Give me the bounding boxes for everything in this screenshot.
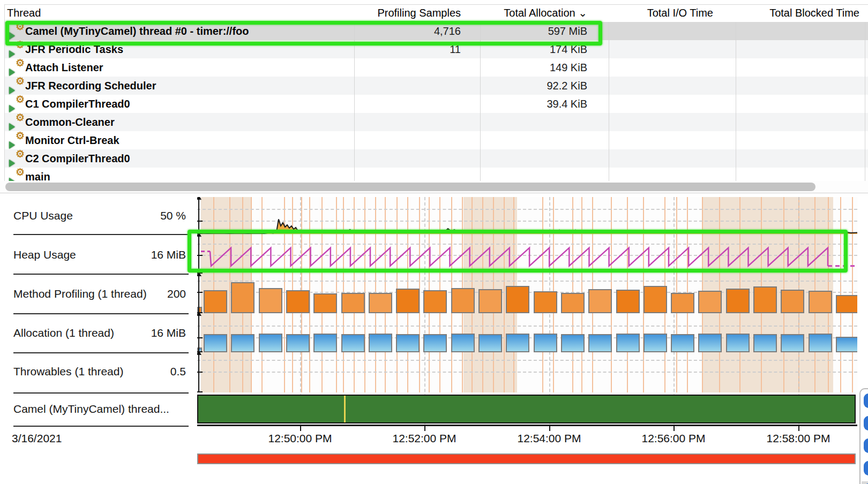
thread-row-8[interactable]: ⚙C2 CompilerThread0 (5, 149, 868, 168)
thread-icon: ⚙ (10, 133, 24, 147)
method-profiling-bar[interactable] (259, 288, 282, 313)
method-profiling-bar[interactable] (396, 289, 420, 313)
allocation-bar[interactable] (506, 334, 529, 352)
method-profiling-bar[interactable] (506, 286, 529, 313)
chart-tool-button-2[interactable] (864, 416, 868, 430)
method-profiling-bar[interactable] (836, 295, 857, 313)
method-profiling-bar[interactable] (478, 289, 502, 313)
allocation-bar[interactable] (478, 334, 502, 352)
thread-blocked-value (736, 149, 859, 168)
table-horizontal-scrollbar[interactable] (0, 181, 868, 193)
method-profiling-bar[interactable] (726, 289, 750, 313)
allocation-bar[interactable] (534, 334, 557, 352)
y-axis (198, 354, 199, 392)
gear-icon: ⚙ (16, 111, 25, 124)
table-scrollbar-thumb[interactable] (5, 183, 815, 191)
column-header-total-blocked-time[interactable]: Total Blocked Time (736, 5, 859, 22)
allocation-bar[interactable] (341, 334, 365, 352)
time-tick-mark (300, 426, 301, 431)
column-header-total-i-o-time[interactable]: Total I/O Time (609, 5, 713, 22)
thread-name: Attach Listener (25, 58, 103, 77)
thread-allocation-value (480, 113, 587, 131)
timeline-range-scrollbar[interactable] (197, 453, 856, 464)
thread-blocked-value (736, 113, 859, 131)
chart-tool-button-1[interactable] (864, 394, 868, 408)
timeline-label-4: Allocation (1 thread) (13, 327, 114, 339)
allocation-bar[interactable] (259, 334, 282, 352)
thread-io-value (609, 113, 713, 131)
allocation-bar[interactable] (671, 334, 694, 352)
thread-blocked-value (736, 58, 859, 77)
allocation-bar[interactable] (204, 334, 227, 352)
thread-row-5[interactable]: ⚙C1 CompilerThread039.4 KiB (5, 95, 868, 113)
method-profiling-bar[interactable] (231, 282, 255, 313)
allocation-bar[interactable] (836, 337, 857, 352)
allocation-bar[interactable] (643, 334, 667, 352)
gear-icon: ⚙ (16, 57, 25, 69)
allocation-bar[interactable] (286, 334, 310, 352)
allocation-bar[interactable] (588, 334, 612, 352)
method-profiling-bar[interactable] (369, 293, 392, 313)
allocation-bar[interactable] (616, 334, 640, 352)
row-separator (13, 313, 189, 314)
thread-icon: ⚙ (10, 115, 24, 129)
allocation-bar[interactable] (561, 334, 585, 352)
column-header-thread[interactable]: Thread (7, 5, 356, 22)
method-profiling-bar[interactable] (809, 291, 832, 313)
allocation-bar[interactable] (753, 334, 777, 352)
method-profiling-bar[interactable] (534, 291, 557, 313)
thread-row-9[interactable]: ⚙main (5, 168, 868, 182)
allocation-bar[interactable] (698, 334, 722, 352)
method-profiling-bar[interactable] (451, 288, 475, 313)
column-divider (480, 22, 481, 182)
thread-allocation-value (480, 149, 587, 168)
y-axis (198, 199, 199, 234)
thread-row-3[interactable]: ⚙Attach Listener149 KiB (5, 58, 868, 77)
play-triangle-icon (9, 105, 15, 112)
thread-row-7[interactable]: ⚙Monitor Ctrl-Break (5, 131, 868, 149)
method-profiling-bar[interactable] (423, 290, 447, 313)
method-profiling-bar[interactable] (781, 290, 804, 313)
thread-samples-value (354, 168, 461, 182)
thread-row-6[interactable]: ⚙Common-Cleaner (5, 113, 868, 131)
allocation-bar[interactable] (781, 334, 804, 352)
column-header-total-allocation[interactable]: Total Allocation ⌄ (480, 5, 587, 22)
thread-blocked-value (736, 22, 859, 40)
time-tick-label: 12:50:00 PM (268, 432, 332, 445)
thread-allocation-value: 39.4 KiB (480, 95, 587, 113)
gear-icon: ⚙ (16, 130, 25, 142)
method-profiling-bar[interactable] (561, 293, 585, 313)
method-profiling-bar[interactable] (341, 293, 365, 313)
play-triangle-icon (9, 160, 15, 167)
method-profiling-bar[interactable] (698, 291, 722, 313)
chart-tool-button-3[interactable] (864, 438, 868, 453)
method-profiling-bar[interactable] (753, 286, 777, 313)
allocation-bar[interactable] (726, 334, 750, 352)
allocation-bar[interactable] (313, 334, 337, 352)
method-profiling-bar[interactable] (313, 293, 337, 313)
method-profiling-bar[interactable] (616, 290, 640, 313)
gear-icon: ⚙ (16, 166, 25, 178)
method-profiling-bar[interactable] (204, 290, 227, 313)
allocation-bar[interactable] (809, 334, 832, 352)
method-profiling-bar[interactable] (588, 289, 612, 313)
allocation-bar[interactable] (451, 334, 475, 352)
thread-icon: ⚙ (10, 152, 24, 165)
method-profiling-bar[interactable] (643, 286, 667, 313)
method-profiling-bar[interactable] (671, 293, 694, 313)
allocation-bar[interactable] (369, 334, 392, 352)
column-header-profiling-samples[interactable]: Profiling Samples (354, 5, 461, 22)
thread-lifetime-track[interactable] (197, 395, 856, 424)
thread-name: JFR Recording Scheduler (25, 77, 156, 95)
time-axis (197, 425, 857, 426)
method-profiling-bar[interactable] (286, 290, 310, 313)
allocation-bar[interactable] (423, 334, 447, 352)
play-triangle-icon (9, 141, 15, 149)
axis-tick (197, 337, 203, 338)
allocation-bar[interactable] (231, 334, 255, 352)
timeline-scale-value: 16 MiB (122, 248, 186, 261)
thread-row-4[interactable]: ⚙JFR Recording Scheduler92.2 KiB (5, 77, 868, 95)
play-triangle-icon (9, 69, 15, 76)
chart-tool-button-4[interactable] (864, 461, 868, 475)
allocation-bar[interactable] (396, 334, 420, 352)
